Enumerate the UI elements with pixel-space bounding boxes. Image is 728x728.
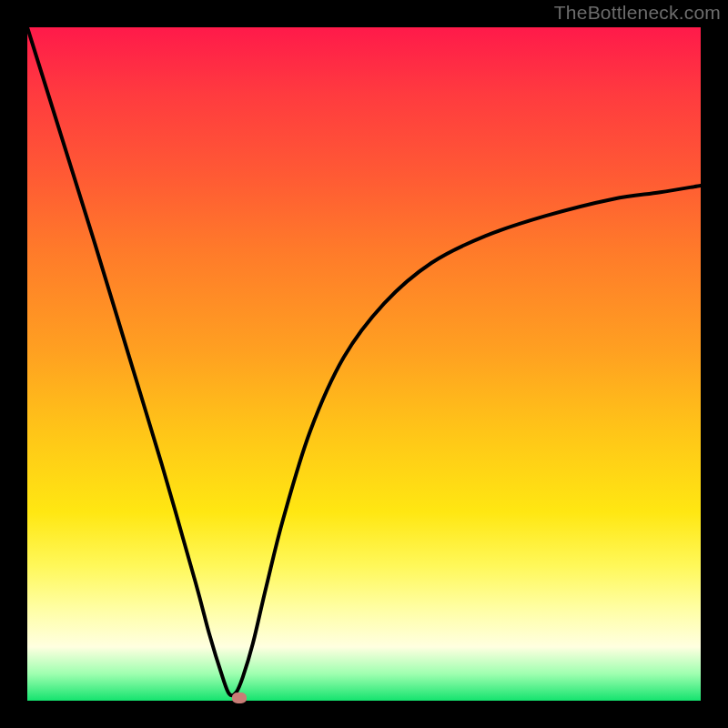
chart-frame: TheBottleneck.com xyxy=(0,0,728,728)
bottleneck-curve xyxy=(27,27,701,695)
watermark-text: TheBottleneck.com xyxy=(554,2,721,24)
plot-area xyxy=(27,27,701,701)
curve-svg xyxy=(27,27,701,701)
minimum-marker xyxy=(232,693,247,703)
